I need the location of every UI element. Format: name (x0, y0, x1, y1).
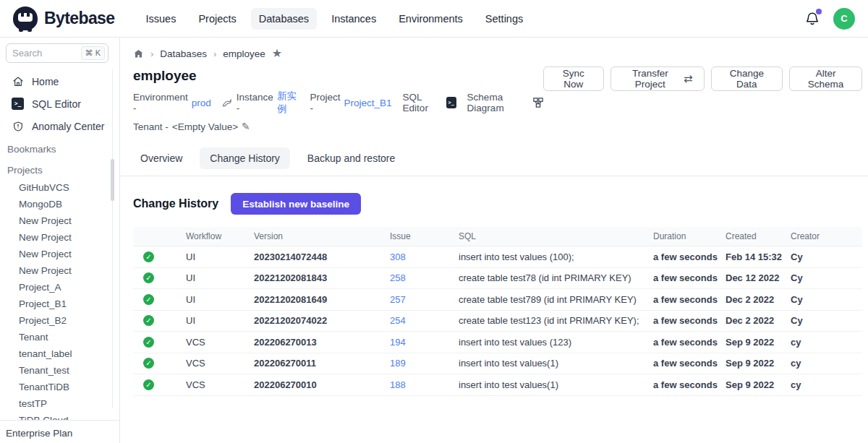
created-cell: Dec 2 2022 (726, 294, 791, 305)
nav-item[interactable]: Projects (190, 8, 244, 30)
creator-cell: cy (791, 337, 862, 348)
table-header-cell: Issue (390, 231, 459, 241)
schema-diagram-icon (533, 98, 543, 108)
nav-item[interactable]: Environments (391, 8, 471, 30)
tab[interactable]: Overview (130, 147, 192, 169)
sync-now-button[interactable]: Sync Now (543, 66, 604, 91)
notifications-button[interactable] (804, 11, 820, 27)
sidebar-project-item[interactable]: testTP (6, 395, 119, 412)
database-meta-row-2: Tenant - <Empty Value> ✎ (133, 121, 543, 132)
alter-schema-button[interactable]: Alter Schema (789, 66, 862, 91)
edit-tenant-icon[interactable]: ✎ (242, 121, 250, 132)
table-row[interactable]: ✓ VCS 202206270013 194 insert into test … (133, 332, 862, 353)
status-done-icon: ✓ (143, 379, 154, 390)
breadcrumb-databases[interactable]: Databases (160, 48, 207, 59)
table-header-cell: Duration (653, 231, 726, 241)
breadcrumb-employee[interactable]: employee (223, 48, 265, 59)
status-done-icon: ✓ (143, 251, 154, 262)
sidebar-scrollbar-track (112, 69, 113, 408)
table-row[interactable]: ✓ UI 20230214072448 308 insert into test… (133, 246, 862, 268)
project-link[interactable]: Project_B1 (344, 98, 392, 108)
favorite-star-icon[interactable]: ★ (272, 48, 282, 59)
table-header-cell: Version (254, 231, 390, 241)
brand-logo[interactable]: Bytebase (13, 7, 114, 30)
page-actions: Sync Now Transfer Project ⇄ Change Data … (543, 66, 862, 91)
table-body: ✓ UI 20230214072448 308 insert into test… (133, 246, 862, 396)
sidebar-project-item[interactable]: Project_B2 (6, 312, 119, 329)
schema-diagram-link[interactable]: Schema Diagram (467, 92, 543, 113)
workflow-cell: VCS (186, 379, 254, 390)
main-content: › Databases › employee ★ employee Enviro… (120, 38, 868, 443)
sidebar-project-item[interactable]: Tenant_test (6, 362, 119, 379)
version-cell: 20221202081843 (254, 272, 390, 283)
sidebar-item-label: SQL Editor (32, 98, 81, 110)
sidebar-project-item[interactable]: MongoDB (6, 196, 119, 212)
nav-item[interactable]: Databases (251, 8, 317, 30)
created-cell: Sep 9 2022 (726, 358, 791, 369)
breadcrumb-home-icon[interactable] (133, 48, 144, 59)
created-cell: Feb 14 15:32 (726, 251, 791, 262)
instance-link[interactable]: 新实例 (277, 90, 299, 116)
table-row[interactable]: ✓ UI 20221202074022 254 create table tes… (133, 311, 862, 332)
sidebar-project-item[interactable]: New Project (6, 229, 119, 246)
version-cell: 202206270010 (254, 379, 390, 390)
issue-link[interactable]: 257 (390, 294, 459, 305)
sidebar-project-item[interactable]: TenantTiDB (6, 379, 119, 395)
sql-editor-link[interactable]: SQL Editor >_ (403, 92, 456, 113)
sidebar-section-projects[interactable]: Projects (6, 158, 119, 179)
sidebar-project-item[interactable]: Tenant (6, 329, 119, 345)
search-input[interactable] (12, 48, 76, 59)
tenant-label: Tenant - (133, 121, 169, 132)
sidebar-project-item[interactable]: tenant_label (6, 345, 119, 362)
instance-label: Instance - (237, 92, 273, 113)
establish-baseline-button[interactable]: Establish new baseline (231, 193, 361, 215)
search-shortcut-badge: ⌘ K (81, 46, 105, 60)
sidebar-project-item[interactable]: Project_A (6, 279, 119, 296)
issue-link[interactable]: 189 (390, 358, 459, 369)
table-row[interactable]: ✓ VCS 202206270010 188 insert into test … (133, 374, 862, 396)
table-row[interactable]: ✓ VCS 202206270011 189 insert into test … (133, 353, 862, 375)
creator-cell: Cy (791, 251, 862, 262)
sql-cell: insert into test values(1) (459, 358, 653, 369)
workflow-cell: UI (186, 315, 254, 326)
status-done-icon: ✓ (143, 294, 154, 305)
transfer-project-button[interactable]: Transfer Project ⇄ (610, 66, 705, 91)
issue-link[interactable]: 254 (390, 315, 459, 326)
sidebar-item-anomaly-center[interactable]: Anomaly Center (6, 115, 119, 137)
sidebar-item-home[interactable]: Home (6, 70, 119, 93)
sidebar-item-sql-editor[interactable]: >_ SQL Editor (6, 93, 119, 115)
search-box[interactable]: ⌘ K (6, 43, 109, 63)
table-header-cell: Created (726, 231, 791, 241)
nav-item[interactable]: Settings (477, 8, 531, 30)
created-cell: Sep 9 2022 (726, 337, 791, 348)
environment-link[interactable]: prod (192, 98, 211, 108)
sidebar-project-item[interactable]: New Project (6, 246, 119, 262)
mysql-engine-icon (222, 98, 233, 108)
change-data-button[interactable]: Change Data (711, 66, 783, 91)
table-row[interactable]: ✓ UI 20221202081649 257 create table tes… (133, 289, 862, 311)
tab[interactable]: Backup and restore (297, 147, 405, 169)
sidebar-section-bookmarks[interactable]: Bookmarks (6, 137, 119, 158)
bytebase-logo-icon (13, 7, 38, 30)
creator-cell: cy (791, 358, 862, 369)
issue-link[interactable]: 258 (390, 272, 459, 283)
issue-link[interactable]: 308 (390, 251, 459, 262)
sidebar-scrollbar-thumb[interactable] (111, 159, 114, 201)
sidebar-project-item[interactable]: Project_B1 (6, 296, 119, 312)
issue-link[interactable]: 194 (390, 337, 459, 348)
breadcrumb-separator: › (150, 48, 153, 59)
table-row[interactable]: ✓ UI 20221202081843 258 create table tes… (133, 268, 862, 290)
tab[interactable]: Change History (200, 147, 290, 169)
sidebar-project-item[interactable]: GitHubVCS (6, 179, 119, 196)
issue-link[interactable]: 188 (390, 379, 459, 390)
page-title: employee (133, 68, 543, 84)
nav-item[interactable]: Issues (137, 8, 184, 30)
user-avatar[interactable]: C (833, 8, 855, 30)
change-history-table: Workflow Version Issue SQL Duration Crea… (133, 227, 862, 396)
sidebar-item-label: Anomaly Center (32, 121, 104, 132)
workflow-cell: UI (186, 272, 254, 283)
duration-cell: a few seconds (653, 251, 726, 262)
sidebar-project-item[interactable]: New Project (6, 212, 119, 229)
nav-item[interactable]: Instances (323, 8, 384, 30)
sidebar-project-item[interactable]: New Project (6, 262, 119, 279)
